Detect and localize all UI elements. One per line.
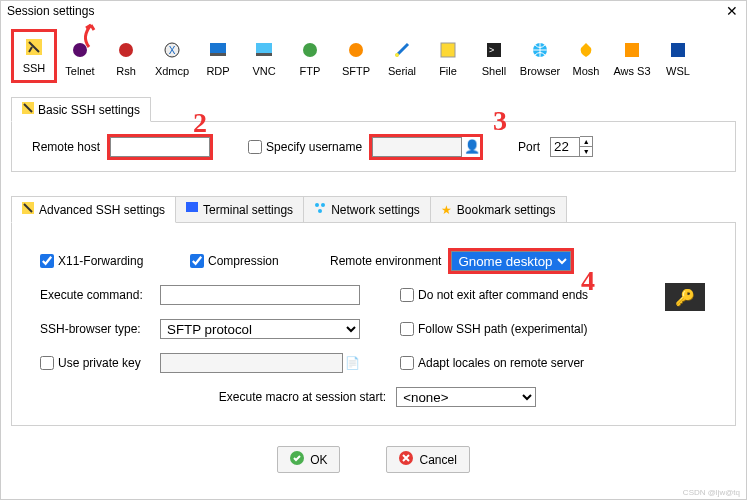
- label: Compression: [208, 254, 279, 268]
- ssh-browser-label: SSH-browser type:: [40, 322, 150, 336]
- label: SSH: [23, 62, 46, 74]
- session-type-shell[interactable]: > Shell: [471, 29, 517, 83]
- label: Rsh: [116, 65, 136, 77]
- basic-ssh-tab[interactable]: Basic SSH settings: [11, 97, 151, 122]
- s3-icon: [623, 41, 641, 59]
- svg-rect-20: [186, 202, 198, 212]
- execute-cmd-input[interactable]: [160, 285, 360, 305]
- port-spinner[interactable]: ▲▼: [580, 136, 593, 157]
- rdp-icon: [209, 41, 227, 59]
- tab-network[interactable]: Network settings: [303, 196, 431, 223]
- ssh-icon: [25, 38, 43, 56]
- label: Use private key: [58, 356, 141, 370]
- session-type-s3[interactable]: Aws S3: [609, 29, 655, 83]
- private-key-input[interactable]: [160, 353, 343, 373]
- tab-bookmark[interactable]: ★ Bookmark settings: [430, 196, 567, 223]
- svg-rect-8: [256, 53, 272, 56]
- svg-rect-17: [671, 43, 685, 57]
- label: Follow SSH path (experimental): [418, 322, 587, 336]
- private-key-checkbox[interactable]: Use private key: [40, 356, 150, 370]
- session-type-rsh[interactable]: Rsh: [103, 29, 149, 83]
- remote-env-select[interactable]: Gnome desktop: [451, 251, 571, 271]
- port-label: Port: [518, 140, 540, 154]
- watermark: CSDN @ljw@tq: [683, 488, 740, 497]
- svg-rect-16: [625, 43, 639, 57]
- session-type-rdp[interactable]: RDP: [195, 29, 241, 83]
- file-browse-icon[interactable]: 📄: [345, 356, 360, 370]
- session-type-vnc[interactable]: VNC: [241, 29, 287, 83]
- port-input[interactable]: [550, 137, 580, 157]
- user-picker-icon[interactable]: 👤: [464, 139, 480, 154]
- ftp-icon: [301, 41, 319, 59]
- telnet-icon: [71, 41, 89, 59]
- serial-icon: [393, 41, 411, 59]
- label: File: [439, 65, 457, 77]
- svg-rect-7: [256, 43, 272, 53]
- advanced-settings-panel: X11-Forwarding Compression Remote enviro…: [11, 222, 736, 426]
- cancel-button[interactable]: Cancel: [386, 446, 469, 473]
- svg-text:X: X: [169, 45, 176, 56]
- session-type-xdmcp[interactable]: X Xdmcp: [149, 29, 195, 83]
- window-title: Session settings: [7, 4, 94, 18]
- tab-icon: [22, 202, 34, 217]
- terminal-icon: [186, 202, 198, 217]
- tab-terminal[interactable]: Terminal settings: [175, 196, 304, 223]
- ssh-key-button[interactable]: 🔑: [665, 283, 705, 311]
- session-type-file[interactable]: File: [425, 29, 471, 83]
- browser-icon: [531, 41, 549, 59]
- session-type-mosh[interactable]: Mosh: [563, 29, 609, 83]
- remote-host-label: Remote host: [32, 140, 100, 154]
- x11-checkbox[interactable]: X11-Forwarding: [40, 254, 180, 268]
- session-type-sftp[interactable]: SFTP: [333, 29, 379, 83]
- session-type-telnet[interactable]: Telnet: [57, 29, 103, 83]
- execute-cmd-label: Execute command:: [40, 288, 150, 302]
- svg-text:>: >: [489, 45, 494, 55]
- close-icon[interactable]: ✕: [726, 3, 738, 19]
- svg-point-2: [119, 43, 133, 57]
- label: Xdmcp: [155, 65, 189, 77]
- session-type-toolbar: SSH Telnet Rsh X Xdmcp RDP VNC FTP SFTP …: [1, 25, 746, 97]
- session-type-wsl[interactable]: WSL: [655, 29, 701, 83]
- sftp-icon: [347, 41, 365, 59]
- label: Mosh: [573, 65, 600, 77]
- session-type-serial[interactable]: Serial: [379, 29, 425, 83]
- adapt-locales-checkbox[interactable]: Adapt locales on remote server: [400, 356, 584, 370]
- label: Aws S3: [613, 65, 650, 77]
- tab-label: Network settings: [331, 203, 420, 217]
- ok-button[interactable]: OK: [277, 446, 340, 473]
- follow-path-checkbox[interactable]: Follow SSH path (experimental): [400, 322, 587, 336]
- label: FTP: [300, 65, 321, 77]
- macro-select[interactable]: <none>: [396, 387, 536, 407]
- cancel-icon: [399, 451, 413, 468]
- username-input[interactable]: [372, 137, 462, 157]
- compression-checkbox[interactable]: Compression: [190, 254, 320, 268]
- session-type-browser[interactable]: Browser: [517, 29, 563, 83]
- svg-point-21: [315, 203, 319, 207]
- label: Telnet: [65, 65, 94, 77]
- tab-label: Advanced SSH settings: [39, 203, 165, 217]
- mosh-icon: [577, 41, 595, 59]
- label: SFTP: [342, 65, 370, 77]
- label: Do not exit after command ends: [418, 288, 588, 302]
- no-exit-checkbox[interactable]: Do not exit after command ends: [400, 288, 588, 302]
- svg-rect-5: [210, 43, 226, 53]
- label: Shell: [482, 65, 506, 77]
- tab-label: Bookmark settings: [457, 203, 556, 217]
- vnc-icon: [255, 41, 273, 59]
- specify-username-checkbox[interactable]: Specify username: [248, 140, 362, 154]
- star-icon: ★: [441, 203, 452, 217]
- tab-advanced-ssh[interactable]: Advanced SSH settings: [11, 196, 176, 223]
- ok-icon: [290, 451, 304, 468]
- basic-settings-panel: Remote host Specify username 👤 Port ▲▼: [11, 121, 736, 172]
- session-type-ftp[interactable]: FTP: [287, 29, 333, 83]
- remote-host-input[interactable]: [110, 137, 210, 157]
- label: VNC: [252, 65, 275, 77]
- label: WSL: [666, 65, 690, 77]
- session-type-ssh[interactable]: SSH: [11, 29, 57, 83]
- ssh-browser-select[interactable]: SFTP protocol: [160, 319, 360, 339]
- label: Serial: [388, 65, 416, 77]
- svg-point-22: [321, 203, 325, 207]
- label: RDP: [206, 65, 229, 77]
- key-icon: 🔑: [675, 288, 695, 307]
- xdmcp-icon: X: [163, 41, 181, 59]
